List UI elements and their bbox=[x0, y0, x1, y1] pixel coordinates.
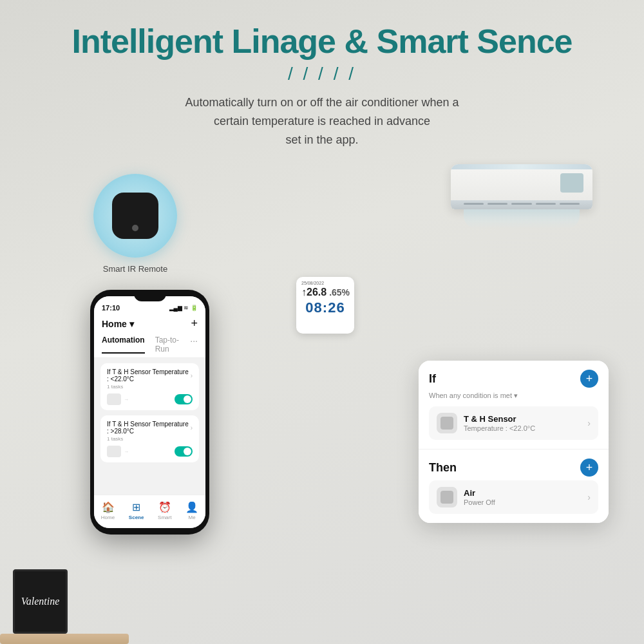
ac-airflow bbox=[464, 209, 580, 229]
ac-display bbox=[560, 173, 583, 193]
sensor-temp: ↑26.8 bbox=[301, 287, 327, 298]
popup-sensor-item[interactable]: T & H Sensor Temperature : <22.0°C › bbox=[429, 406, 598, 440]
air-icon bbox=[440, 491, 453, 504]
automation-item-1[interactable]: If T & H Sensor Temperature : <22.0°C › … bbox=[100, 363, 199, 410]
popup-card: If + When any condition is met ▾ T & H S… bbox=[419, 361, 609, 523]
phone-tabs: Automation Tap-to-Run ··· bbox=[94, 334, 205, 358]
shelf-section: Valentine bbox=[0, 541, 129, 644]
ir-remote-outer bbox=[93, 174, 177, 258]
subtitle-line2: certain temperature is reached in advanc… bbox=[214, 115, 430, 128]
auto-1-bottom: → bbox=[107, 393, 193, 405]
ir-remote-label: Smart IR Remote bbox=[93, 264, 177, 274]
shelf-surface bbox=[0, 634, 129, 644]
ac-vent-lines bbox=[451, 200, 592, 207]
tab-taptorun[interactable]: Tap-to-Run bbox=[155, 336, 180, 354]
phone-nav: 🏠 Home ⊞ Scene ⏰ Smart 👤 Me bbox=[94, 495, 205, 528]
phone-add-button[interactable]: + bbox=[191, 317, 198, 330]
popup-air-item[interactable]: Air Power Off › bbox=[429, 480, 598, 514]
ir-remote-section: Smart IR Remote bbox=[93, 174, 177, 274]
subtitle-line3: set in the app. bbox=[285, 133, 358, 146]
subtitle: Automatically turn on or off the air con… bbox=[39, 93, 605, 149]
air-icon-box bbox=[437, 487, 457, 507]
nav-scene-label: Scene bbox=[129, 515, 144, 520]
scene-icon: ⊞ bbox=[132, 501, 140, 513]
subtitle-line1: Automatically turn on or off the air con… bbox=[185, 96, 459, 109]
smart-icon: ⏰ bbox=[158, 501, 171, 513]
nav-item-scene[interactable]: ⊞ Scene bbox=[129, 501, 144, 520]
temp-sensor: 25/08/2022 ↑26.8 .65% 08:26 bbox=[296, 277, 354, 334]
popup-air-left: Air Power Off bbox=[437, 487, 495, 507]
phone-container: 17:10 ▂▄▆ ≋ 🔋 Home ▾ + Automation Tap-to… bbox=[90, 290, 209, 535]
title-dashes: / / / / / bbox=[39, 64, 605, 84]
auto-1-arrow: → bbox=[124, 397, 129, 402]
ac-top-line bbox=[451, 164, 592, 169]
nav-item-me[interactable]: 👤 Me bbox=[185, 501, 198, 520]
ac-body bbox=[451, 164, 592, 209]
phone-time: 17:10 bbox=[102, 304, 120, 312]
popup-sensor-info: T & H Sensor Temperature : <22.0°C bbox=[464, 414, 535, 432]
popup-condition-label[interactable]: When any condition is met ▾ bbox=[429, 392, 598, 400]
auto-1-title: If T & H Sensor Temperature : <22.0°C › bbox=[107, 368, 193, 383]
auto-2-arrow: → bbox=[124, 449, 129, 455]
popup-air-chevron: › bbox=[587, 492, 591, 502]
popup-if-section: If + When any condition is met ▾ T & H S… bbox=[419, 361, 609, 450]
auto-1-title-text: If T & H Sensor Temperature : <22.0°C bbox=[107, 368, 191, 383]
phone-tabs-more[interactable]: ··· bbox=[190, 336, 198, 354]
popup-then-header: Then + bbox=[429, 459, 598, 477]
sensor-temp-row: ↑26.8 .65% bbox=[301, 287, 349, 298]
ac-vents bbox=[451, 200, 592, 209]
auto-1-toggle[interactable] bbox=[175, 394, 193, 404]
main-title: Intelligent Linage & Smart Sence bbox=[39, 23, 605, 60]
phone-home-label: Home ▾ bbox=[102, 319, 134, 329]
sensor-humidity: .65% bbox=[329, 287, 350, 298]
home-icon: 🏠 bbox=[102, 501, 115, 513]
auto-1-icons: → bbox=[107, 393, 137, 405]
automation-item-2[interactable]: If T & H Sensor Temperature : >28.0°C › … bbox=[100, 415, 199, 462]
temp-sensor-body: 25/08/2022 ↑26.8 .65% 08:26 bbox=[296, 277, 354, 334]
nav-item-home[interactable]: 🏠 Home bbox=[101, 501, 115, 520]
sensor-icon bbox=[440, 417, 453, 430]
popup-sensor-chevron: › bbox=[587, 418, 591, 428]
me-icon: 👤 bbox=[185, 501, 198, 513]
auto-1-chevron: › bbox=[191, 372, 193, 379]
popup-then-add-button[interactable]: + bbox=[580, 459, 598, 477]
auto-2-icons: → bbox=[107, 446, 137, 457]
ir-remote-dot bbox=[132, 225, 138, 231]
page-wrapper: Intelligent Linage & Smart Sence / / / /… bbox=[0, 0, 644, 644]
popup-then-section: Then + Air Power Off › bbox=[419, 450, 609, 523]
popup-if-header: If + bbox=[429, 370, 598, 388]
popup-sensor-name: T & H Sensor bbox=[464, 414, 535, 424]
popup-if-title: If bbox=[429, 372, 436, 386]
valentine-text: Valentine bbox=[21, 595, 60, 609]
phone-header: Home ▾ + bbox=[94, 314, 205, 334]
header: Intelligent Linage & Smart Sence / / / /… bbox=[0, 0, 644, 156]
auto-1-icon-box-1 bbox=[107, 393, 121, 405]
auto-2-bottom: → bbox=[107, 446, 193, 457]
nav-item-smart[interactable]: ⏰ Smart bbox=[158, 501, 171, 520]
auto-2-title-text: If T & H Sensor Temperature : >28.0°C bbox=[107, 421, 191, 435]
tab-automation[interactable]: Automation bbox=[102, 336, 145, 354]
nav-me-label: Me bbox=[189, 515, 196, 520]
auto-2-tasks: 1 tasks bbox=[107, 436, 193, 442]
popup-air-info: Air Power Off bbox=[464, 488, 495, 506]
auto-2-toggle[interactable] bbox=[175, 446, 193, 457]
nav-home-label: Home bbox=[101, 515, 115, 520]
sensor-time: 08:26 bbox=[301, 299, 349, 316]
popup-air-name: Air bbox=[464, 488, 495, 498]
phone-signal-icons: ▂▄▆ ≋ 🔋 bbox=[169, 305, 198, 311]
sensor-icon-box bbox=[437, 413, 457, 433]
popup-if-add-button[interactable]: + bbox=[580, 370, 598, 388]
ac-unit bbox=[451, 164, 592, 209]
auto-1-tasks: 1 tasks bbox=[107, 384, 193, 390]
phone-notch bbox=[134, 290, 166, 301]
auto-2-title: If T & H Sensor Temperature : >28.0°C › bbox=[107, 421, 193, 435]
phone-outer: 17:10 ▂▄▆ ≋ 🔋 Home ▾ + Automation Tap-to… bbox=[90, 290, 209, 535]
popup-air-sub: Power Off bbox=[464, 498, 495, 506]
valentine-frame: Valentine bbox=[13, 569, 68, 634]
auto-2-chevron: › bbox=[191, 424, 193, 431]
ir-remote-device bbox=[112, 193, 158, 239]
phone-screen: 17:10 ▂▄▆ ≋ 🔋 Home ▾ + Automation Tap-to… bbox=[94, 296, 205, 528]
popup-item-left: T & H Sensor Temperature : <22.0°C bbox=[437, 413, 535, 433]
sensor-date: 25/08/2022 bbox=[301, 281, 349, 285]
auto-2-icon-box-1 bbox=[107, 446, 121, 457]
